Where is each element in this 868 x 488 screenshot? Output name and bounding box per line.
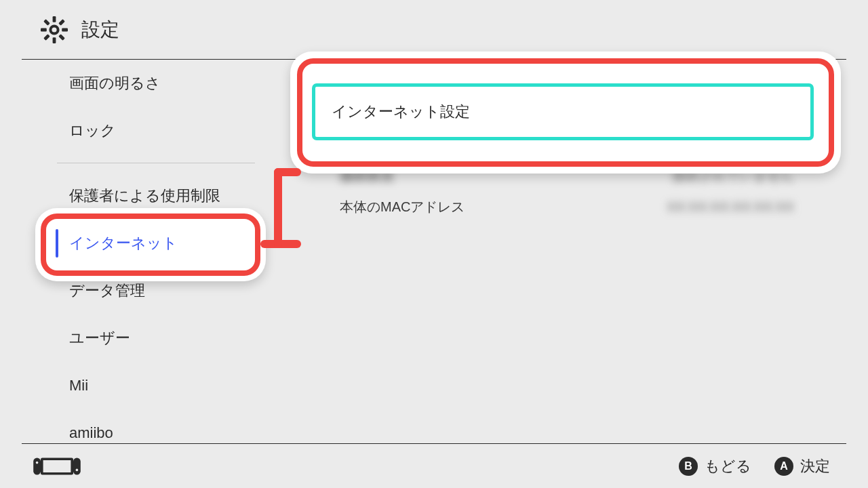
gear-icon xyxy=(41,16,68,43)
sidebar: 画面の明るさ ロック xyxy=(54,60,258,155)
callout-connector xyxy=(260,240,301,248)
sidebar-item-label: ロック xyxy=(69,121,116,141)
mac-address-value: XX:XX:XX:XX:XX:XX xyxy=(667,199,810,215)
sidebar-separator xyxy=(57,163,255,163)
sidebar-item-label: amiibo xyxy=(69,424,113,442)
sidebar-item-label: インターネット xyxy=(69,233,178,253)
svg-rect-11 xyxy=(33,458,41,474)
sidebar-item-label: データ管理 xyxy=(69,281,145,301)
sidebar-item-label: 保護者による使用制限 xyxy=(69,186,220,206)
svg-point-0 xyxy=(50,26,58,33)
internet-settings-label: インターネット設定 xyxy=(332,102,470,122)
callout-connector-top xyxy=(274,168,301,176)
sidebar-item-brightness[interactable]: 画面の明るさ xyxy=(54,60,258,107)
svg-rect-10 xyxy=(43,460,71,472)
svg-rect-4 xyxy=(62,28,68,31)
console-icon xyxy=(33,456,81,476)
mac-address-row: 本体のMACアドレス XX:XX:XX:XX:XX:XX xyxy=(315,191,810,222)
hint-back: B もどる xyxy=(679,456,751,476)
b-button-icon: B xyxy=(679,457,698,476)
sidebar-item-user[interactable]: ユーザー xyxy=(54,314,258,362)
svg-point-13 xyxy=(36,461,39,464)
connection-status-value: 接続されていません xyxy=(672,167,810,185)
mac-address-label: 本体のMACアドレス xyxy=(340,198,465,216)
svg-rect-5 xyxy=(58,19,65,26)
footer-hints: B もどる A 決定 xyxy=(679,456,846,476)
hint-confirm: A 決定 xyxy=(774,456,830,476)
svg-rect-2 xyxy=(53,37,56,43)
connection-status-row: 接続状況 接続されていません xyxy=(315,160,810,191)
sidebar-item-mii[interactable]: Mii xyxy=(54,362,258,409)
hint-back-label: もどる xyxy=(705,456,751,476)
callout-connector-vertical xyxy=(274,168,282,248)
svg-rect-3 xyxy=(41,28,47,31)
sidebar-item-label: 画面の明るさ xyxy=(69,73,161,94)
svg-rect-7 xyxy=(43,19,50,26)
svg-rect-12 xyxy=(73,458,81,474)
svg-rect-8 xyxy=(58,34,65,41)
a-button-icon: A xyxy=(774,457,793,476)
svg-rect-1 xyxy=(53,16,56,22)
sidebar-item-data[interactable]: データ管理 xyxy=(54,267,258,314)
connection-status-label: 接続状況 xyxy=(340,167,394,185)
svg-point-14 xyxy=(76,468,79,471)
sidebar-item-lock[interactable]: ロック xyxy=(54,107,258,155)
sidebar-item-label: ユーザー xyxy=(69,328,130,348)
svg-rect-6 xyxy=(43,34,50,41)
page-title: 設定 xyxy=(81,17,119,43)
sidebar-lower: 保護者による使用制限 インターネット データ管理 ユーザー Mii amiibo xyxy=(54,172,258,457)
sidebar-item-label: Mii xyxy=(69,377,88,394)
internet-settings-row-overlay[interactable]: インターネット設定 xyxy=(315,87,810,137)
sidebar-item-internet-overlay[interactable]: インターネット xyxy=(54,220,258,267)
header: 設定 xyxy=(22,0,846,60)
sidebar-item-parental[interactable]: 保護者による使用制限 xyxy=(54,172,258,220)
hint-confirm-label: 決定 xyxy=(800,456,830,476)
footer: B もどる A 決定 xyxy=(22,443,846,488)
